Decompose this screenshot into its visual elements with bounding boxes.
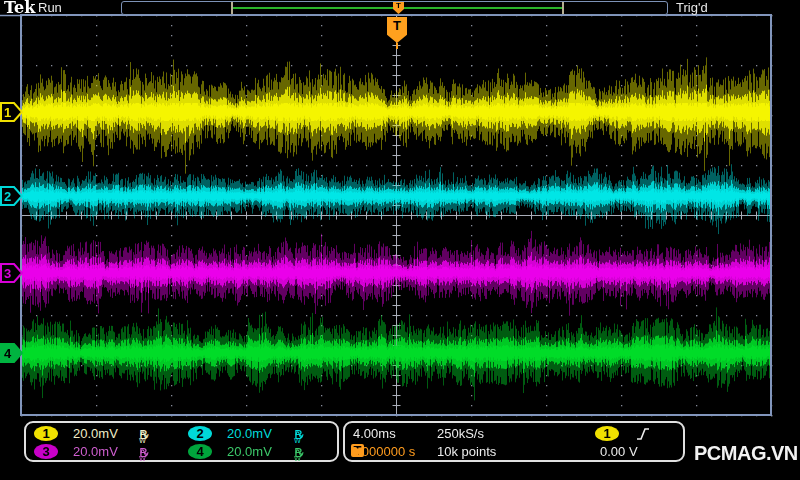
channel4-scale: 20.0mV [227,444,272,459]
watermark: PCMAG.VN [694,442,798,465]
channel1-scale: 20.0mV [73,426,118,441]
trigger-status: Trig'd [676,0,708,15]
sample-rate-readout: 250kS/s [437,426,484,441]
horizontal-trigger-readouts-box: 4.00ms 250kS/s 1 T→▼0.000000 s 10k point… [343,421,685,462]
channel1-marker[interactable]: 1 [0,101,24,123]
channel2-marker[interactable]: 2 [0,185,24,207]
channel4-marker-label: 4 [4,346,12,361]
channel3-coupling-bw-icon: ∿BW [139,445,146,463]
waveform-display [0,0,800,480]
channel3-marker-label: 3 [4,266,11,281]
record-view-right-bracket [562,2,564,14]
record-view-left-bracket [231,2,233,14]
channel2-coupling-bw-icon: ∿BW [294,427,301,445]
channel4-marker[interactable]: 4 [0,342,24,364]
trigger-source-badge: 1 [595,426,619,441]
channel1-marker-label: 1 [4,105,11,120]
record-length-readout: 10k points [437,444,496,459]
channel3-badge: 3 [34,444,58,459]
tek-logo: Tek [4,0,35,17]
channel2-scale: 20.0mV [227,426,272,441]
channel2-badge: 2 [188,426,212,441]
channel1-coupling-bw-icon: ∿BW [139,427,146,445]
channel2-marker-label: 2 [4,189,11,204]
acquisition-status: Run [38,0,62,15]
trigger-level-readout: 0.00 V [600,444,638,459]
record-view-bar[interactable]: T [121,1,668,15]
channel4-coupling-bw-icon: ∿BW [294,445,301,463]
channel3-marker[interactable]: 3 [0,262,24,284]
trigger-position-stem [396,43,398,49]
rising-edge-icon [636,427,650,441]
channel-readouts-box: 1 20.0mV ∿BW 2 20.0mV ∿BW 3 20.0mV ∿BW 4… [24,421,339,462]
timebase-readout: 4.00ms [353,426,396,441]
channel1-badge: 1 [34,426,58,441]
oscilloscope-screen: Tek Run T Trig'd T 1 2 3 4 1 20.0mV ∿BW … [0,0,800,480]
channel4-badge: 4 [188,444,212,459]
record-view-trigger-icon[interactable]: T [393,2,404,14]
channel3-scale: 20.0mV [73,444,118,459]
